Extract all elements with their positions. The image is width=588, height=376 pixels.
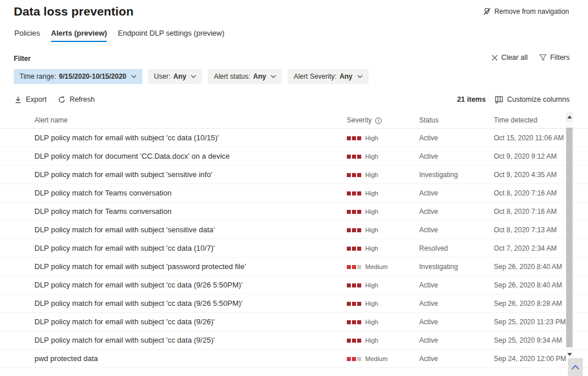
severity-square [357,155,361,159]
table-row[interactable]: DLP policy match for email with subject … [0,258,588,276]
scrollbar-up-arrow[interactable] [566,112,573,122]
severity-square [357,339,361,343]
column-header-alert-name[interactable]: Alert name [34,112,68,129]
triangle-up-icon [567,116,572,118]
alert-name[interactable]: DLP policy match for Teams conversation [34,202,172,221]
severity-square [357,265,361,269]
remove-from-navigation-icon [483,7,491,16]
triangle-down-icon [567,353,572,356]
severity-label: High [365,208,378,215]
back-to-top-button[interactable] [568,358,583,376]
table-row[interactable]: DLP policy match for email with subject … [0,166,588,184]
severity-badge: Medium [347,350,388,368]
chevron-down-icon [357,75,363,78]
severity-square [352,228,356,232]
tab-policies[interactable]: Policies [14,29,40,42]
severity-square [347,228,351,232]
alert-name[interactable]: DLP policy match for email with subject … [34,294,242,313]
alert-name[interactable]: DLP policy match for document 'CC.Data.d… [34,147,230,166]
table-row[interactable]: DLP policy match for email with subject … [0,129,588,147]
refresh-button[interactable]: Refresh [58,95,95,103]
time-detected: Oct 9, 2020 4:35 AM [494,166,556,184]
severity-square [352,357,356,361]
filter-chip-alert-severity[interactable]: Alert Severity: Any [288,69,368,84]
severity-badge: High [347,129,378,147]
table-row[interactable]: DLP policy match for document 'CC.Data.d… [0,147,588,166]
filter-chip-time-range[interactable]: Time range: 9/15/2020-10/15/2020 [14,69,142,84]
clear-all-button[interactable]: Clear all [492,53,528,62]
severity-badge: High [347,202,378,221]
filters-button[interactable]: Filters [539,53,570,62]
tab-endpoint-dlp-settings[interactable]: Endpoint DLP settings (preview) [118,29,224,42]
table-row[interactable]: DLP policy match for Teams conversation … [0,202,588,221]
table-row[interactable]: DLP policy match for email with subject … [0,221,588,239]
alert-name[interactable]: DLP policy match for email with subject … [34,129,219,147]
filter-chip-user[interactable]: User: Any [148,69,202,84]
filter-chip-alert-status[interactable]: Alert status: Any [208,69,282,84]
alert-status: Resolved [419,239,448,258]
info-icon[interactable] [375,117,382,124]
severity-label: High [365,171,378,178]
alert-name[interactable]: DLP policy match for email with subject … [34,313,215,331]
severity-label: High [365,337,378,344]
alert-name[interactable]: DLP policy match for email with subject … [34,239,215,258]
table-row[interactable]: DLP policy match for email with subject … [0,239,588,258]
column-header-severity[interactable]: Severity [347,112,382,129]
severity-square [347,155,351,159]
column-header-time-detected[interactable]: Time detected [494,112,537,129]
severity-label: High [365,227,378,233]
severity-header-label: Severity [347,112,372,129]
filter-section-label: Filter [14,55,30,63]
export-button[interactable]: Export [14,95,47,103]
table-header: Alert name Severity Status Time detected [0,112,588,129]
severity-label: High [365,153,378,160]
chip-label: Time range: [20,72,56,80]
customize-columns-button[interactable]: Customize columns [495,95,570,103]
table-row[interactable]: DLP policy match for Teams conversation … [0,184,588,202]
alert-status: Active [419,331,438,350]
severity-badge: High [347,239,378,258]
alert-name[interactable]: DLP policy match for email with subject … [34,258,246,276]
alert-name[interactable]: DLP policy match for Teams conversation [34,184,172,202]
column-header-status[interactable]: Status [419,112,439,129]
severity-square [352,210,356,214]
alert-name[interactable]: DLP policy match for email with subject … [34,276,242,294]
alert-name[interactable]: pwd protected data [34,350,98,368]
chevron-down-icon [270,75,276,78]
remove-from-navigation-button[interactable]: Remove from navigation [483,7,569,16]
severity-square [357,283,361,287]
alert-status: Active [419,184,438,202]
chip-value: 9/15/2020-10/15/2020 [59,72,126,80]
time-detected: Oct 7, 2020 2:34 AM [494,239,556,258]
severity-badge: High [347,166,378,184]
severity-square [347,283,351,287]
severity-badge: High [347,313,378,331]
chevron-up-icon [571,365,580,370]
download-icon [14,96,22,103]
severity-label: High [365,319,378,325]
severity-square [352,191,356,195]
alert-name[interactable]: DLP policy match for email with subject … [34,331,215,350]
severity-badge: High [347,276,378,294]
time-detected: Oct 15, 2020 11:06 AM [494,129,564,147]
table-row[interactable]: DLP policy match for email with subject … [0,276,588,294]
clear-icon [492,55,498,61]
scrollbar-down-arrow[interactable] [566,353,573,356]
alert-name[interactable]: DLP policy match for email with subject … [34,221,215,239]
time-detected: Oct 8, 2020 7:16 AM [494,184,556,202]
severity-square [352,302,356,306]
tab-label: Policies [14,29,40,37]
tab-alerts-preview[interactable]: Alerts (preview) [51,29,107,42]
severity-label: High [365,135,378,141]
alert-status: Active [419,313,438,331]
table-scrollbar[interactable] [566,112,573,358]
severity-square [357,210,361,214]
table-row[interactable]: DLP policy match for email with subject … [0,313,588,331]
alert-name[interactable]: DLP policy match for email with subject … [34,166,212,184]
table-row[interactable]: pwd protected data Medium Active Sep 24,… [0,350,588,368]
alerts-table-body: DLP policy match for email with subject … [0,129,588,368]
time-detected: Oct 9, 2020 9:12 AM [494,147,556,166]
table-row[interactable]: DLP policy match for email with subject … [0,294,588,313]
table-row[interactable]: DLP policy match for email with subject … [0,331,588,350]
scrollbar-thumb[interactable] [566,128,572,347]
